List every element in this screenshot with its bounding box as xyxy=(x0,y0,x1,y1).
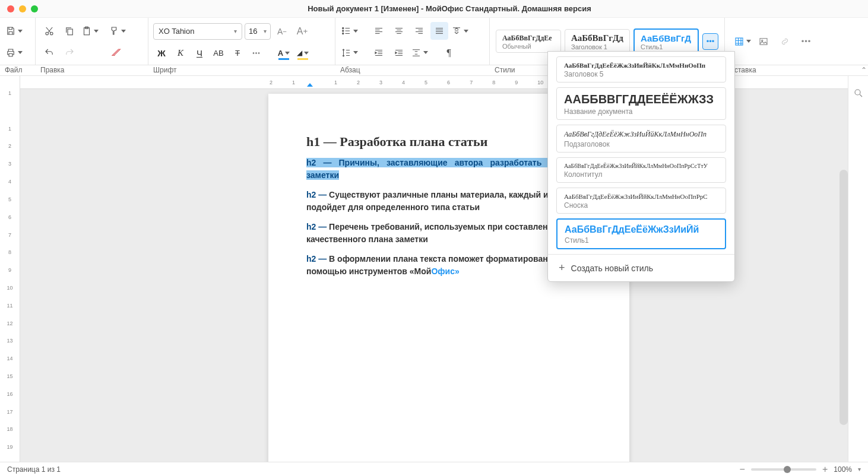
svg-point-5 xyxy=(342,28,343,29)
styles-more-button[interactable]: ••• xyxy=(702,33,718,50)
nonprinting-chars-button[interactable]: ¶ xyxy=(440,44,458,62)
clear-format-button[interactable] xyxy=(107,44,125,62)
svg-point-11 xyxy=(855,90,860,95)
italic-button[interactable]: К xyxy=(172,45,189,61)
print-button[interactable] xyxy=(5,44,23,62)
titlebar: Новый документ 1 [Изменен] - МойОфис Ста… xyxy=(0,0,868,18)
svg-rect-9 xyxy=(760,38,767,45)
svg-rect-8 xyxy=(736,38,743,45)
side-panel xyxy=(848,76,868,462)
increase-indent-button[interactable] xyxy=(390,44,408,62)
vertical-ruler: 112345678910111213141516171819 xyxy=(0,76,20,462)
align-left-button[interactable] xyxy=(370,22,388,40)
svg-rect-2 xyxy=(68,29,72,35)
align-center-button[interactable] xyxy=(390,22,408,40)
style-dropdown-item[interactable]: АаБбВвГгДдЕеЁёЖжЗзИиЙйКкЛлМмНнОоПпРрСсТт… xyxy=(556,157,726,183)
zoom-value: 100% xyxy=(834,465,852,474)
plus-icon: + xyxy=(559,262,565,274)
indent-marker-icon[interactable] xyxy=(307,83,313,89)
vertical-align-button[interactable] xyxy=(451,22,468,40)
svg-point-7 xyxy=(342,33,343,34)
font-size-select[interactable]: 16▾ xyxy=(245,23,271,40)
page-status: Страница 1 из 1 xyxy=(7,465,61,474)
insert-image-button[interactable] xyxy=(755,33,772,50)
close-icon[interactable] xyxy=(7,5,14,12)
style-dropdown-item[interactable]: АаБбВвГгДдЕеЁёЖжЗзИиЙйКкЛлМмНнОоПпПодзаг… xyxy=(556,125,726,153)
bold-button[interactable]: Ж xyxy=(153,45,170,61)
label-font: Шрифт xyxy=(148,65,335,75)
style-dropdown-item[interactable]: ААББВВГГДДЕЕЁЁЖЖЗЗНазвание документа xyxy=(556,87,726,120)
increase-font-button[interactable]: A+ xyxy=(293,23,311,40)
decrease-indent-button[interactable] xyxy=(370,44,388,62)
redo-button[interactable] xyxy=(61,44,78,62)
window-controls xyxy=(7,5,38,12)
style-dropdown-item[interactable]: АаБбВвГгДдЕеЁёЖжЗзИиЙйКкЛлМмНнОоПпЗаголо… xyxy=(556,56,726,82)
allcaps-button[interactable]: АВ xyxy=(210,45,227,61)
style-tile-normal[interactable]: АаБбВвГгДдЕе Обычный xyxy=(496,30,561,53)
label-edit: Правка xyxy=(36,65,148,75)
style-tile-heading1[interactable]: АаБбВвГгДд Заголовок 1 xyxy=(565,29,630,53)
zoom-out-button[interactable]: − xyxy=(740,464,745,475)
underline-button[interactable]: Ч xyxy=(191,45,208,61)
minimize-icon[interactable] xyxy=(19,5,26,12)
ribbon-group-labels: Файл Правка Шрифт Абзац Стили Вставка ⌃ xyxy=(0,65,868,76)
tab-stops-button[interactable] xyxy=(410,44,428,62)
font-color-button[interactable]: А xyxy=(275,45,292,61)
styles-dropdown: АаБбВвГгДдЕеЁёЖжЗзИиЙйКкЛлМмНнОоПпЗаголо… xyxy=(547,51,735,282)
status-bar: Страница 1 из 1 − + 100% ▾ xyxy=(0,462,868,476)
style-dropdown-item[interactable]: АаБбВвГгДдЕеЁёЖжЗзИиЙйКкЛлМмНнОоПпРрССно… xyxy=(556,188,726,214)
zoom-in-button[interactable]: + xyxy=(822,464,828,475)
zoom-dropdown-icon[interactable]: ▾ xyxy=(858,466,861,472)
cut-button[interactable] xyxy=(40,22,58,40)
insert-more-button[interactable]: ••• xyxy=(797,33,815,50)
paste-button[interactable] xyxy=(81,22,99,40)
undo-button[interactable] xyxy=(40,44,58,62)
label-file: Файл xyxy=(0,65,36,75)
ribbon: XO Tahion▾ 16▾ A− A+ Ж К Ч АВ T ••• А ◢ xyxy=(0,18,868,65)
font-family-select[interactable]: XO Tahion▾ xyxy=(153,23,242,40)
window-title: Новый документ 1 [Изменен] - МойОфис Ста… xyxy=(38,4,861,13)
label-para: Абзац xyxy=(335,65,490,75)
more-font-button[interactable]: ••• xyxy=(248,45,265,61)
decrease-font-button[interactable]: A− xyxy=(273,23,291,40)
align-right-button[interactable] xyxy=(410,22,428,40)
line-spacing-button[interactable] xyxy=(340,44,358,62)
insert-link-button[interactable] xyxy=(776,33,794,50)
format-painter-button[interactable] xyxy=(108,22,126,40)
highlight-color-button[interactable]: ◢ xyxy=(294,45,311,61)
vertical-scrollbar[interactable] xyxy=(840,170,848,425)
style-tile-custom1[interactable]: АаБбВвГгД Стиль1 xyxy=(633,28,699,54)
workspace: 112345678910111213141516171819 211234567… xyxy=(0,76,868,462)
copy-button[interactable] xyxy=(61,22,78,40)
svg-point-6 xyxy=(342,30,343,31)
search-icon[interactable] xyxy=(850,84,867,102)
save-button[interactable] xyxy=(5,22,23,40)
collapse-ribbon-icon[interactable]: ⌃ xyxy=(856,65,868,75)
align-justify-button[interactable] xyxy=(430,22,448,40)
maximize-icon[interactable] xyxy=(31,5,38,12)
bullet-list-button[interactable] xyxy=(340,22,358,40)
style-dropdown-item[interactable]: АаБбВвГгДдЕеЁёЖжЗзИиЙйСтиль1 xyxy=(556,218,726,249)
strikethrough-button[interactable]: T xyxy=(229,45,246,61)
zoom-slider[interactable] xyxy=(751,468,816,471)
insert-table-button[interactable] xyxy=(733,33,751,50)
create-new-style-button[interactable]: + Создать новый стиль xyxy=(548,254,734,281)
